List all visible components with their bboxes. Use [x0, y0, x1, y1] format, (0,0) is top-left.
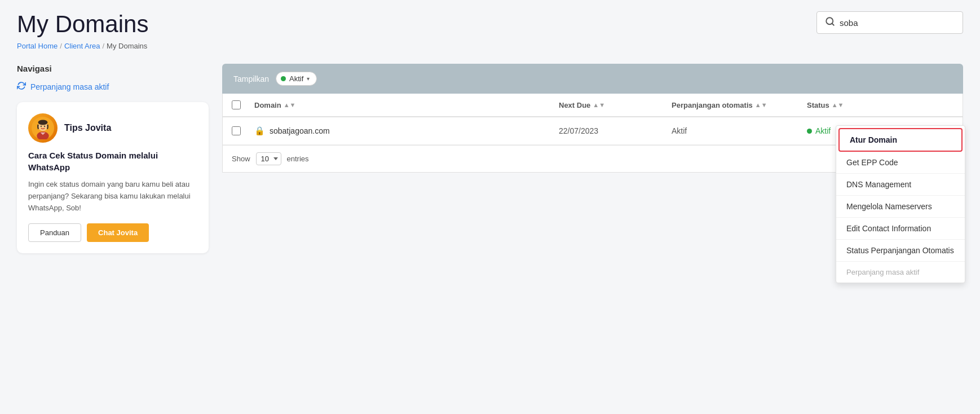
filter-dropdown[interactable]: Aktif ▾: [276, 72, 317, 86]
dropdown-item-epp[interactable]: Get EPP Code: [836, 152, 965, 174]
svg-point-5: [38, 120, 48, 125]
tip-person-name: Tips Jovita: [64, 123, 111, 133]
select-all-checkbox[interactable]: [232, 100, 241, 109]
breadcrumb-current: My Domains: [107, 42, 147, 50]
sidebar-item-renew[interactable]: Perpanjang masa aktif: [17, 81, 209, 92]
row-status-label: Aktif: [815, 126, 831, 135]
svg-line-1: [832, 23, 833, 25]
row-checkbox-cell: [232, 126, 254, 135]
dropdown-item-nameservers[interactable]: Mengelola Nameservers: [836, 196, 965, 218]
breadcrumb-sep-2: /: [102, 42, 104, 50]
refresh-icon: [17, 81, 26, 92]
table-header: Domain ▲▼ Next Due ▲▼ Perpanjangan otoma…: [223, 94, 963, 117]
breadcrumb-portal-home[interactable]: Portal Home: [17, 42, 58, 50]
tip-card: Tips Jovita Cara Cek Status Domain melal…: [17, 102, 209, 253]
page-title: My Domains: [17, 11, 148, 37]
next-due-cell: 22/07/2023: [559, 126, 672, 135]
col-auto-renewal: Perpanjangan otomatis ▲▼: [672, 101, 807, 109]
dropdown-item-perpanjang[interactable]: Perpanjang masa aktif: [836, 262, 965, 283]
lock-icon: 🔒: [254, 126, 265, 136]
dropdown-item-dns[interactable]: DNS Management: [836, 174, 965, 196]
page-header: My Domains: [17, 11, 963, 37]
row-checkbox[interactable]: [232, 126, 241, 135]
panduan-button[interactable]: Panduan: [28, 223, 81, 242]
domain-cell: 🔒 sobatjagoan.com: [254, 126, 559, 136]
entries-select[interactable]: 10 25 50: [256, 152, 281, 165]
tip-buttons: Panduan Chat Jovita: [28, 223, 197, 242]
search-input[interactable]: [840, 18, 955, 28]
domain-name: sobatjagoan.com: [270, 126, 330, 135]
tip-headline: Cara Cek Status Domain melalui WhatsApp: [28, 149, 197, 173]
sort-icon-auto[interactable]: ▲▼: [755, 103, 767, 108]
row-status-dot: [807, 129, 812, 134]
avatar: [28, 113, 58, 143]
breadcrumb-sep-1: /: [60, 42, 62, 50]
main-content: Tampilkan Aktif ▾ Domain ▲▼: [222, 64, 963, 403]
sort-icon-status[interactable]: ▲▼: [832, 103, 844, 108]
search-box[interactable]: [816, 11, 963, 34]
svg-point-6: [41, 126, 42, 127]
status-dot: [281, 76, 286, 81]
auto-renewal-cell: Aktif: [672, 126, 807, 135]
sort-icon-domain[interactable]: ▲▼: [284, 103, 296, 108]
filter-label: Tampilkan: [233, 74, 269, 83]
sidebar-item-label: Perpanjang masa aktif: [30, 82, 109, 91]
col-status: Status ▲▼: [807, 101, 920, 109]
show-label: Show: [232, 155, 250, 163]
sidebar: Navigasi Perpanjang masa aktif: [17, 64, 209, 403]
nav-title: Navigasi: [17, 64, 209, 73]
chevron-down-icon: ▾: [307, 76, 310, 82]
header-checkbox-cell: [232, 100, 254, 109]
breadcrumb-client-area[interactable]: Client Area: [64, 42, 100, 50]
breadcrumb: Portal Home / Client Area / My Domains: [17, 42, 963, 50]
col-domain: Domain ▲▼: [254, 101, 559, 109]
tip-body: Ingin cek status domain yang baru kamu b…: [28, 179, 197, 214]
svg-point-7: [44, 126, 45, 127]
main-layout: Navigasi Perpanjang masa aktif: [17, 64, 963, 403]
action-dropdown-menu: Atur Domain Get EPP Code DNS Management …: [836, 125, 965, 283]
chat-button[interactable]: Chat Jovita: [87, 223, 149, 242]
tip-card-header: Tips Jovita: [28, 113, 197, 143]
dropdown-item-status[interactable]: Status Perpanjangan Otomatis: [836, 240, 965, 262]
col-next-due: Next Due ▲▼: [559, 101, 672, 109]
dropdown-item-contact[interactable]: Edit Contact Information: [836, 218, 965, 240]
filter-status-label: Aktif: [289, 74, 303, 83]
search-icon: [825, 16, 835, 29]
filter-bar: Tampilkan Aktif ▾: [222, 64, 963, 94]
domain-table: Domain ▲▼ Next Due ▲▼ Perpanjangan otoma…: [222, 94, 963, 173]
sort-icon-next-due[interactable]: ▲▼: [593, 103, 605, 108]
entries-label: entries: [287, 155, 309, 163]
dropdown-item-atur[interactable]: Atur Domain: [838, 128, 963, 152]
